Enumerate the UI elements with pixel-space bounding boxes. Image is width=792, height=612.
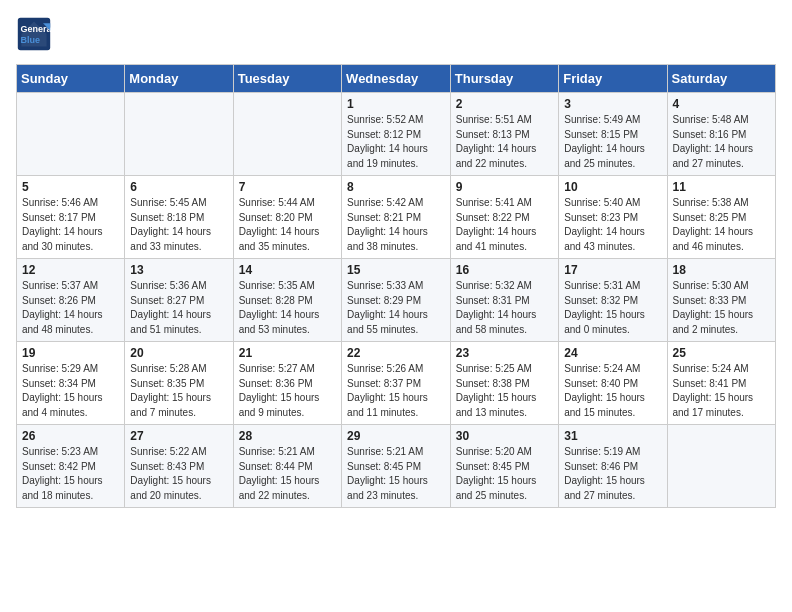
weekday-header-row: SundayMondayTuesdayWednesdayThursdayFrid… <box>17 65 776 93</box>
day-number: 7 <box>239 180 336 194</box>
day-info: Sunrise: 5:35 AM Sunset: 8:28 PM Dayligh… <box>239 279 336 337</box>
calendar-day-14: 14Sunrise: 5:35 AM Sunset: 8:28 PM Dayli… <box>233 259 341 342</box>
calendar-empty-cell <box>125 93 233 176</box>
day-info: Sunrise: 5:40 AM Sunset: 8:23 PM Dayligh… <box>564 196 661 254</box>
day-info: Sunrise: 5:37 AM Sunset: 8:26 PM Dayligh… <box>22 279 119 337</box>
day-info: Sunrise: 5:38 AM Sunset: 8:25 PM Dayligh… <box>673 196 771 254</box>
calendar-day-23: 23Sunrise: 5:25 AM Sunset: 8:38 PM Dayli… <box>450 342 558 425</box>
weekday-header-friday: Friday <box>559 65 667 93</box>
day-number: 13 <box>130 263 227 277</box>
day-number: 3 <box>564 97 661 111</box>
calendar-day-26: 26Sunrise: 5:23 AM Sunset: 8:42 PM Dayli… <box>17 425 125 508</box>
day-info: Sunrise: 5:52 AM Sunset: 8:12 PM Dayligh… <box>347 113 445 171</box>
day-info: Sunrise: 5:28 AM Sunset: 8:35 PM Dayligh… <box>130 362 227 420</box>
calendar-week-row: 19Sunrise: 5:29 AM Sunset: 8:34 PM Dayli… <box>17 342 776 425</box>
calendar-day-7: 7Sunrise: 5:44 AM Sunset: 8:20 PM Daylig… <box>233 176 341 259</box>
calendar-day-1: 1Sunrise: 5:52 AM Sunset: 8:12 PM Daylig… <box>342 93 451 176</box>
day-number: 22 <box>347 346 445 360</box>
calendar-day-6: 6Sunrise: 5:45 AM Sunset: 8:18 PM Daylig… <box>125 176 233 259</box>
day-number: 9 <box>456 180 553 194</box>
day-info: Sunrise: 5:22 AM Sunset: 8:43 PM Dayligh… <box>130 445 227 503</box>
calendar-empty-cell <box>667 425 776 508</box>
calendar-empty-cell <box>233 93 341 176</box>
day-number: 28 <box>239 429 336 443</box>
day-info: Sunrise: 5:24 AM Sunset: 8:40 PM Dayligh… <box>564 362 661 420</box>
calendar-day-10: 10Sunrise: 5:40 AM Sunset: 8:23 PM Dayli… <box>559 176 667 259</box>
calendar-day-24: 24Sunrise: 5:24 AM Sunset: 8:40 PM Dayli… <box>559 342 667 425</box>
day-number: 10 <box>564 180 661 194</box>
weekday-header-saturday: Saturday <box>667 65 776 93</box>
day-number: 4 <box>673 97 771 111</box>
day-info: Sunrise: 5:21 AM Sunset: 8:45 PM Dayligh… <box>347 445 445 503</box>
page-header: General Blue <box>16 16 776 52</box>
logo-icon: General Blue <box>16 16 52 52</box>
calendar-day-27: 27Sunrise: 5:22 AM Sunset: 8:43 PM Dayli… <box>125 425 233 508</box>
weekday-header-tuesday: Tuesday <box>233 65 341 93</box>
calendar-day-13: 13Sunrise: 5:36 AM Sunset: 8:27 PM Dayli… <box>125 259 233 342</box>
calendar-day-22: 22Sunrise: 5:26 AM Sunset: 8:37 PM Dayli… <box>342 342 451 425</box>
day-info: Sunrise: 5:25 AM Sunset: 8:38 PM Dayligh… <box>456 362 553 420</box>
day-number: 14 <box>239 263 336 277</box>
weekday-header-sunday: Sunday <box>17 65 125 93</box>
calendar-day-8: 8Sunrise: 5:42 AM Sunset: 8:21 PM Daylig… <box>342 176 451 259</box>
day-number: 21 <box>239 346 336 360</box>
day-number: 15 <box>347 263 445 277</box>
weekday-header-wednesday: Wednesday <box>342 65 451 93</box>
day-info: Sunrise: 5:46 AM Sunset: 8:17 PM Dayligh… <box>22 196 119 254</box>
calendar-day-20: 20Sunrise: 5:28 AM Sunset: 8:35 PM Dayli… <box>125 342 233 425</box>
svg-text:Blue: Blue <box>21 35 41 45</box>
day-info: Sunrise: 5:24 AM Sunset: 8:41 PM Dayligh… <box>673 362 771 420</box>
day-number: 12 <box>22 263 119 277</box>
calendar-week-row: 1Sunrise: 5:52 AM Sunset: 8:12 PM Daylig… <box>17 93 776 176</box>
day-number: 6 <box>130 180 227 194</box>
day-number: 8 <box>347 180 445 194</box>
day-info: Sunrise: 5:23 AM Sunset: 8:42 PM Dayligh… <box>22 445 119 503</box>
day-info: Sunrise: 5:33 AM Sunset: 8:29 PM Dayligh… <box>347 279 445 337</box>
calendar-empty-cell <box>17 93 125 176</box>
day-info: Sunrise: 5:31 AM Sunset: 8:32 PM Dayligh… <box>564 279 661 337</box>
calendar-day-15: 15Sunrise: 5:33 AM Sunset: 8:29 PM Dayli… <box>342 259 451 342</box>
day-number: 11 <box>673 180 771 194</box>
day-number: 29 <box>347 429 445 443</box>
day-info: Sunrise: 5:51 AM Sunset: 8:13 PM Dayligh… <box>456 113 553 171</box>
day-number: 20 <box>130 346 227 360</box>
day-number: 18 <box>673 263 771 277</box>
day-info: Sunrise: 5:49 AM Sunset: 8:15 PM Dayligh… <box>564 113 661 171</box>
weekday-header-monday: Monday <box>125 65 233 93</box>
day-info: Sunrise: 5:41 AM Sunset: 8:22 PM Dayligh… <box>456 196 553 254</box>
calendar-day-30: 30Sunrise: 5:20 AM Sunset: 8:45 PM Dayli… <box>450 425 558 508</box>
day-number: 25 <box>673 346 771 360</box>
day-number: 26 <box>22 429 119 443</box>
calendar-day-12: 12Sunrise: 5:37 AM Sunset: 8:26 PM Dayli… <box>17 259 125 342</box>
day-info: Sunrise: 5:36 AM Sunset: 8:27 PM Dayligh… <box>130 279 227 337</box>
day-number: 19 <box>22 346 119 360</box>
calendar-week-row: 26Sunrise: 5:23 AM Sunset: 8:42 PM Dayli… <box>17 425 776 508</box>
day-info: Sunrise: 5:21 AM Sunset: 8:44 PM Dayligh… <box>239 445 336 503</box>
calendar-day-28: 28Sunrise: 5:21 AM Sunset: 8:44 PM Dayli… <box>233 425 341 508</box>
calendar-day-29: 29Sunrise: 5:21 AM Sunset: 8:45 PM Dayli… <box>342 425 451 508</box>
day-info: Sunrise: 5:26 AM Sunset: 8:37 PM Dayligh… <box>347 362 445 420</box>
calendar-day-11: 11Sunrise: 5:38 AM Sunset: 8:25 PM Dayli… <box>667 176 776 259</box>
day-number: 27 <box>130 429 227 443</box>
day-info: Sunrise: 5:19 AM Sunset: 8:46 PM Dayligh… <box>564 445 661 503</box>
calendar-week-row: 12Sunrise: 5:37 AM Sunset: 8:26 PM Dayli… <box>17 259 776 342</box>
calendar-day-3: 3Sunrise: 5:49 AM Sunset: 8:15 PM Daylig… <box>559 93 667 176</box>
day-info: Sunrise: 5:42 AM Sunset: 8:21 PM Dayligh… <box>347 196 445 254</box>
day-info: Sunrise: 5:48 AM Sunset: 8:16 PM Dayligh… <box>673 113 771 171</box>
day-number: 5 <box>22 180 119 194</box>
day-info: Sunrise: 5:44 AM Sunset: 8:20 PM Dayligh… <box>239 196 336 254</box>
day-info: Sunrise: 5:20 AM Sunset: 8:45 PM Dayligh… <box>456 445 553 503</box>
day-info: Sunrise: 5:45 AM Sunset: 8:18 PM Dayligh… <box>130 196 227 254</box>
calendar-day-4: 4Sunrise: 5:48 AM Sunset: 8:16 PM Daylig… <box>667 93 776 176</box>
day-number: 16 <box>456 263 553 277</box>
weekday-header-thursday: Thursday <box>450 65 558 93</box>
day-number: 23 <box>456 346 553 360</box>
calendar-week-row: 5Sunrise: 5:46 AM Sunset: 8:17 PM Daylig… <box>17 176 776 259</box>
calendar-day-17: 17Sunrise: 5:31 AM Sunset: 8:32 PM Dayli… <box>559 259 667 342</box>
calendar-day-19: 19Sunrise: 5:29 AM Sunset: 8:34 PM Dayli… <box>17 342 125 425</box>
calendar-day-2: 2Sunrise: 5:51 AM Sunset: 8:13 PM Daylig… <box>450 93 558 176</box>
calendar-table: SundayMondayTuesdayWednesdayThursdayFrid… <box>16 64 776 508</box>
calendar-day-9: 9Sunrise: 5:41 AM Sunset: 8:22 PM Daylig… <box>450 176 558 259</box>
day-info: Sunrise: 5:30 AM Sunset: 8:33 PM Dayligh… <box>673 279 771 337</box>
calendar-day-18: 18Sunrise: 5:30 AM Sunset: 8:33 PM Dayli… <box>667 259 776 342</box>
